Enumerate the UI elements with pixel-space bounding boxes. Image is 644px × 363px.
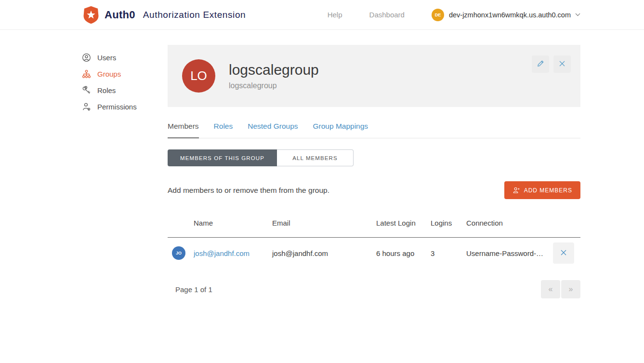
- group-title: logscalegroup: [229, 62, 319, 78]
- group-actions: [527, 55, 571, 73]
- member-logins-cell: 3: [431, 249, 466, 257]
- sidebar-item-users[interactable]: Users: [82, 49, 168, 66]
- col-latest-login: Latest Login: [376, 219, 431, 227]
- tab-members[interactable]: Members: [168, 118, 199, 138]
- keys-icon: [82, 86, 91, 95]
- person-plus-icon: [513, 187, 520, 194]
- group-info: logscalegroup logscalegroup: [229, 62, 319, 90]
- user-icon: [82, 53, 91, 62]
- nav-link-help[interactable]: Help: [328, 11, 342, 19]
- close-group-button[interactable]: [553, 55, 571, 73]
- sidebar-item-label: Roles: [97, 86, 116, 94]
- sidebar-item-label: Groups: [97, 70, 121, 78]
- brand-name: Auth0: [105, 9, 135, 21]
- main-content: LO logscalegroup logscalegroup: [168, 30, 580, 298]
- tab-roles[interactable]: Roles: [214, 118, 233, 138]
- hierarchy-icon: [82, 69, 91, 79]
- member-connection-cell: Username-Password-Au…: [466, 249, 553, 257]
- members-description: Add members to or remove them from the g…: [168, 186, 329, 195]
- col-connection: Connection: [466, 219, 553, 227]
- group-subtitle: logscalegroup: [229, 81, 319, 90]
- col-email: Email: [272, 219, 376, 227]
- col-logins: Logins: [431, 219, 466, 227]
- tenant-menu[interactable]: DE dev-jzmhonx1wn6wmkqk.us.auth0.com: [432, 9, 580, 21]
- tenant-avatar: DE: [432, 9, 444, 21]
- tab-bar: Members Roles Nested Groups Group Mappin…: [168, 118, 580, 138]
- page-title: Authorization Extension: [143, 10, 246, 20]
- tab-nested-groups[interactable]: Nested Groups: [248, 118, 298, 138]
- person-badge-icon: [82, 102, 91, 111]
- pager-buttons: « »: [540, 280, 580, 298]
- sidebar-item-groups[interactable]: Groups: [82, 66, 168, 82]
- page-indicator: Page 1 of 1: [168, 285, 212, 294]
- tab-group-mappings[interactable]: Group Mappings: [313, 118, 368, 138]
- table-header-row: Name Email Latest Login Logins Connectio…: [168, 219, 580, 238]
- toggle-all-members[interactable]: ALL MEMBERS: [277, 149, 354, 166]
- pagination: Page 1 of 1 « »: [168, 280, 580, 298]
- tenant-name: dev-jzmhonx1wn6wmkqk.us.auth0.com: [449, 11, 571, 19]
- close-icon: [560, 249, 567, 258]
- sidebar-item-permissions[interactable]: Permissions: [82, 98, 168, 115]
- sidebar-item-label: Permissions: [97, 103, 137, 111]
- close-icon: [558, 60, 566, 69]
- sidebar-item-label: Users: [97, 54, 116, 62]
- pencil-icon: [537, 59, 545, 69]
- member-avatar: JO: [172, 246, 185, 260]
- sidebar-item-roles[interactable]: Roles: [82, 82, 168, 98]
- nav-link-dashboard[interactable]: Dashboard: [369, 11, 405, 19]
- member-name-link[interactable]: josh@jandhf.com: [194, 249, 250, 257]
- edit-group-button[interactable]: [532, 55, 549, 73]
- member-name-cell: josh@jandhf.com: [194, 249, 272, 257]
- members-filter-toggle: MEMBERS OF THIS GROUP ALL MEMBERS: [168, 149, 354, 166]
- last-page-button[interactable]: »: [561, 280, 580, 298]
- table-row: JO josh@jandhf.com josh@jandhf.com 6 hou…: [168, 238, 580, 269]
- members-table: Name Email Latest Login Logins Connectio…: [168, 219, 580, 269]
- header-nav: Help Dashboard DE dev-jzmhonx1wn6wmkqk.u…: [328, 9, 580, 21]
- brand: Auth0 Authorization Extension: [83, 6, 246, 24]
- remove-member-button[interactable]: [553, 242, 574, 264]
- group-avatar: LO: [182, 59, 215, 93]
- chevron-down-icon: [575, 13, 580, 16]
- col-name: Name: [194, 219, 272, 227]
- toggle-members-of-this-group[interactable]: MEMBERS OF THIS GROUP: [168, 149, 277, 166]
- member-email-cell: josh@jandhf.com: [272, 249, 376, 257]
- add-members-label: ADD MEMBERS: [524, 187, 572, 194]
- member-latest-login-cell: 6 hours ago: [376, 249, 431, 257]
- members-description-row: Add members to or remove them from the g…: [168, 181, 580, 199]
- auth0-logo-icon: [83, 6, 99, 24]
- first-page-button[interactable]: «: [541, 280, 560, 298]
- add-members-button[interactable]: ADD MEMBERS: [504, 181, 580, 199]
- sidebar: Users Groups Roles: [0, 30, 168, 298]
- group-header-card: LO logscalegroup logscalegroup: [168, 45, 580, 107]
- top-header: Auth0 Authorization Extension Help Dashb…: [0, 0, 644, 30]
